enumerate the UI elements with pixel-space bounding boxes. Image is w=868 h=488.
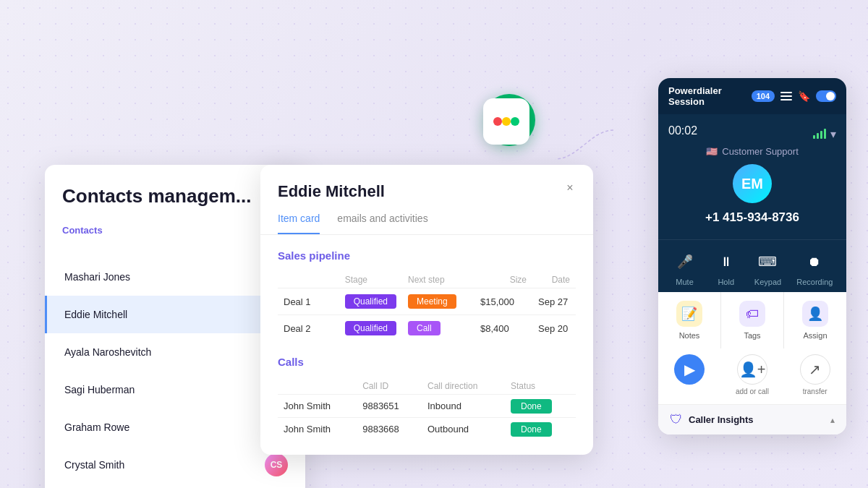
menu-icon: [780, 92, 792, 100]
modal-tabs: Item card emails and activities: [260, 201, 593, 235]
close-button[interactable]: ×: [561, 179, 579, 197]
sales-pipeline-title: Sales pipeline: [278, 249, 576, 262]
tags-icon: 🏷: [739, 301, 765, 327]
svg-point-3: [502, 117, 511, 126]
caller-insights-footer[interactable]: 🛡 Caller Insights ▴: [658, 404, 846, 435]
bookmark-icon: 🔖: [798, 90, 810, 102]
caller-avatar: EM: [733, 164, 772, 203]
recording-icon: ⏺: [801, 249, 827, 275]
pipeline-col-date: Date: [532, 272, 576, 288]
calls-section: Calls Call ID Call direction Status John…: [278, 356, 576, 440]
pipeline-col-stage: Stage: [339, 272, 402, 288]
assign-label: Assign: [803, 331, 827, 340]
svg-rect-6: [780, 95, 792, 97]
contact-name: Sagi Huberman: [64, 384, 265, 395]
modal-title: Eddie Mitchell: [278, 182, 576, 201]
calls-title: Calls: [278, 356, 576, 368]
chevron-down-icon[interactable]: ▾: [830, 127, 836, 141]
pipeline-col-next: Next step: [402, 272, 475, 288]
deal-next-step: Meeting: [402, 288, 475, 315]
call-controls: 🎤 Mute ⏸ Hold ⌨ Keypad ⏺ Recording: [658, 239, 846, 292]
notes-icon: 📝: [676, 301, 702, 327]
calls-col-id: Call ID: [357, 378, 422, 395]
powerdialer-title: Powerdialer Session: [668, 85, 752, 107]
col-name-header: [62, 241, 244, 252]
toggle-icon[interactable]: [816, 90, 836, 102]
deal-name: Deal 1: [278, 288, 339, 315]
tags-button[interactable]: 🏷 Tags: [721, 292, 783, 348]
caller-insights-label: Caller Insights: [689, 414, 754, 425]
item-card-modal: Eddie Mitchell × Item card emails and ac…: [260, 165, 593, 455]
tags-label: Tags: [744, 331, 760, 340]
table-row: John Smith 9883668 Outbound Done: [278, 418, 576, 441]
deal-size: $8,400: [475, 315, 532, 342]
call-caller: John Smith: [278, 395, 357, 418]
transfer-icon: ↗: [800, 354, 830, 385]
call-timer: 00:02: [668, 124, 697, 137]
powerdialer-badge: 104: [752, 90, 775, 102]
tab-item-card[interactable]: Item card: [278, 213, 320, 234]
flag-icon: 🇺🇸: [706, 146, 718, 157]
tab-emails-activities[interactable]: emails and activities: [337, 213, 427, 234]
notes-label: Notes: [679, 331, 700, 340]
recording-label: Recording: [796, 278, 833, 286]
transfer-button[interactable]: ↗ transfer: [783, 354, 846, 395]
deal-stage: Qualified: [339, 315, 402, 342]
pipeline-col-size: Size: [475, 272, 532, 288]
keypad-button[interactable]: ⌨ Keypad: [754, 249, 781, 286]
deal-stage: Qualified: [339, 288, 402, 315]
caller-phone: +1 415-934-8736: [705, 210, 799, 225]
contact-name: Ayala Naroshevitch: [64, 346, 265, 358]
call-direction: Outbound: [422, 418, 505, 441]
contact-name: Eddie Mitchell: [64, 309, 265, 320]
contact-name: Mashari Jones: [64, 271, 265, 283]
deal-date: Sep 20: [532, 315, 576, 342]
hold-label: Hold: [718, 278, 734, 286]
svg-rect-5: [780, 92, 792, 93]
call-id: 9883651: [357, 395, 422, 418]
sales-pipeline-section: Sales pipeline Stage Next step Size Date…: [278, 249, 576, 341]
next-button[interactable]: ▶: [658, 354, 721, 395]
deal-next-step: Call: [402, 315, 475, 342]
hold-button[interactable]: ⏸ Hold: [713, 249, 739, 286]
recording-button[interactable]: ⏺ Recording: [796, 249, 833, 286]
svg-point-4: [511, 117, 519, 126]
next-icon: ▶: [674, 354, 705, 385]
chevron-up-icon: ▴: [830, 415, 835, 425]
assign-icon: 👤: [802, 301, 828, 327]
calls-col-direction: Call direction: [422, 378, 505, 395]
powerdialer-panel: Powerdialer Session 104 🔖 00:02: [658, 78, 846, 435]
powerdialer-header: Powerdialer Session 104 🔖: [658, 78, 846, 114]
mute-button[interactable]: 🎤 Mute: [672, 249, 698, 286]
calls-col-caller: [278, 378, 357, 395]
call-caller: John Smith: [278, 418, 357, 441]
svg-rect-7: [780, 99, 792, 100]
svg-point-2: [493, 117, 502, 126]
bottom-actions: ▶ 👤+ add or call ↗ transfer: [658, 348, 846, 404]
pipeline-col-name: [278, 272, 339, 288]
mute-label: Mute: [676, 278, 693, 286]
mute-icon: 🎤: [672, 249, 698, 275]
call-status: Done: [505, 418, 576, 441]
calls-table: Call ID Call direction Status John Smith…: [278, 378, 576, 440]
modal-header: Eddie Mitchell ×: [260, 165, 593, 201]
transfer-label: transfer: [803, 388, 827, 395]
add-or-call-button[interactable]: 👤+ add or call: [721, 354, 784, 395]
insights-icon: 🛡: [670, 412, 683, 427]
calls-col-status: Status: [505, 378, 576, 395]
table-row: John Smith 9883651 Inbound Done: [278, 395, 576, 418]
table-row: Deal 1 Qualified Meeting $15,000 Sep 27: [278, 288, 576, 315]
contact-name: Crystal Smith: [64, 459, 265, 471]
assign-button[interactable]: 👤 Assign: [784, 292, 846, 348]
list-item[interactable]: Shay Cohen SC: [45, 484, 305, 488]
call-status: Done: [505, 395, 576, 418]
call-direction: Inbound: [422, 395, 505, 418]
contact-name: Graham Rowe: [64, 421, 265, 433]
notes-button[interactable]: 📝 Notes: [658, 292, 720, 348]
call-id: 9883668: [357, 418, 422, 441]
pipeline-table: Stage Next step Size Date Deal 1 Qualifi…: [278, 272, 576, 341]
call-area: 00:02 ▾ 🇺🇸 Customer Support EM +1 415-93…: [658, 114, 846, 239]
add-icon: 👤+: [737, 354, 767, 385]
call-department: 🇺🇸 Customer Support: [706, 146, 799, 157]
hold-icon: ⏸: [713, 249, 739, 275]
